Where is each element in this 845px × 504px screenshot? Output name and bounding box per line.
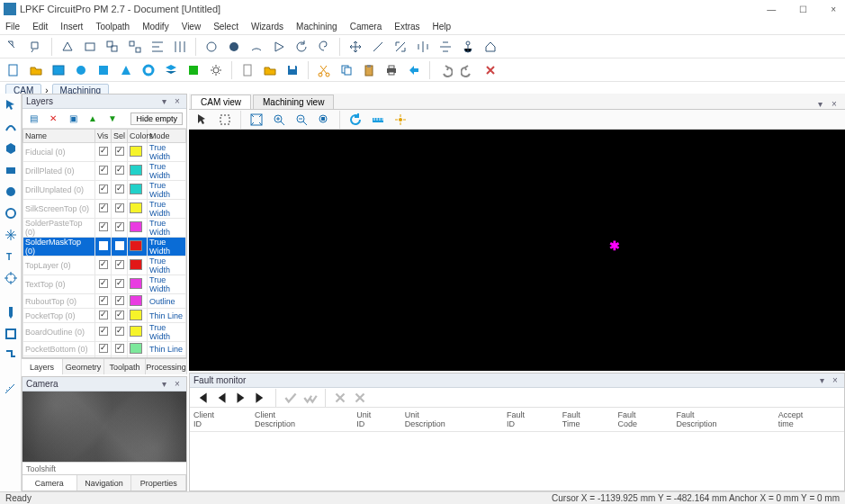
hide-empty-button[interactable]: Hide empty: [130, 112, 183, 125]
strip-measure-icon[interactable]: [3, 382, 19, 398]
camera-panel-header[interactable]: Camera ▾ ×: [22, 377, 186, 392]
menu-modify[interactable]: Modify: [142, 22, 168, 32]
menu-edit[interactable]: Edit: [32, 22, 48, 32]
fault-first-icon[interactable]: [193, 390, 210, 406]
cam-marquee-icon[interactable]: [215, 110, 235, 130]
bottom-tab-layers[interactable]: Layers: [22, 359, 63, 374]
move-up-icon[interactable]: ▲: [85, 112, 100, 126]
fault-close-icon[interactable]: ×: [830, 375, 841, 386]
fault-col[interactable]: FaultDescription: [672, 408, 774, 432]
col-sel[interactable]: Sel: [112, 130, 128, 143]
layer-color-swatch[interactable]: [130, 240, 142, 251]
line-icon[interactable]: [368, 37, 388, 57]
layer-mode[interactable]: True Width: [148, 181, 186, 200]
fault-col[interactable]: ClientDescription: [251, 408, 353, 432]
strip-star-icon[interactable]: [3, 227, 19, 243]
maximize-button[interactable]: ☐: [794, 4, 813, 14]
menu-wizards[interactable]: Wizards: [251, 22, 283, 32]
layer-row[interactable]: DrillUnplated (0)True Width: [23, 181, 186, 200]
layer-mode[interactable]: True Width: [148, 162, 186, 181]
cam-pointer-icon[interactable]: [193, 110, 212, 130]
layer-mode[interactable]: True Width: [148, 200, 186, 219]
fault-clear-icon[interactable]: [352, 390, 368, 406]
layer-row[interactable]: RuboutBottom (0)Outline: [23, 356, 186, 358]
fault-table[interactable]: ClientIDClientDescriptionUnitIDUnitDescr…: [190, 408, 844, 490]
fault-panel-header[interactable]: Fault monitor ▾ ×: [190, 374, 844, 388]
layer-vis-checkbox[interactable]: [99, 279, 108, 288]
menu-insert[interactable]: Insert: [60, 22, 83, 32]
fault-dismiss-icon[interactable]: [332, 390, 348, 406]
layer-sel-checkbox[interactable]: [115, 260, 124, 269]
camera-tab-properties[interactable]: Properties: [131, 475, 186, 490]
layer-mode[interactable]: Thin Line: [148, 309, 186, 323]
layers-panel-header[interactable]: Layers ▾ ×: [22, 94, 186, 109]
fault-col[interactable]: FaultTime: [559, 408, 615, 432]
ungroup-icon[interactable]: [125, 37, 145, 57]
layer-sel-checkbox[interactable]: [115, 203, 124, 212]
layer-row[interactable]: Fiducial (0)True Width: [23, 143, 186, 162]
mirror-v-icon[interactable]: [436, 37, 455, 57]
layer-row[interactable]: SilkScreenTop (0)True Width: [23, 200, 186, 219]
layer-vis-checkbox[interactable]: [99, 241, 108, 250]
strip-circle-icon[interactable]: [3, 184, 19, 200]
layer-vis-checkbox[interactable]: [99, 310, 108, 320]
remove-layer-icon[interactable]: ✕: [46, 112, 60, 126]
distribute-icon[interactable]: [170, 37, 190, 57]
layer-mode[interactable]: Thin Line: [148, 342, 186, 356]
wizard2-icon[interactable]: [94, 60, 113, 80]
rotate-icon[interactable]: [292, 37, 311, 57]
print-icon[interactable]: [382, 60, 401, 80]
camera-tab-navigation[interactable]: Navigation: [77, 475, 132, 490]
layer-mode[interactable]: True Width: [148, 143, 186, 162]
camera-pin-icon[interactable]: ▾: [158, 379, 169, 390]
strip-drill-icon[interactable]: [3, 304, 19, 320]
layer-mode[interactable]: True Width: [148, 219, 186, 238]
menu-file[interactable]: File: [5, 22, 20, 32]
export-icon[interactable]: [404, 60, 424, 80]
layer-color-swatch[interactable]: [130, 295, 142, 306]
layer-row[interactable]: PocketBottom (0)Thin Line: [23, 342, 186, 356]
layer-color-swatch[interactable]: [130, 184, 142, 194]
menu-machining[interactable]: Machining: [296, 22, 337, 32]
layer-sel-checkbox[interactable]: [115, 147, 124, 156]
layer-row[interactable]: TopLayer (0)True Width: [23, 256, 186, 275]
layer-vis-checkbox[interactable]: [99, 260, 108, 269]
bottom-tab-processing[interactable]: Processing: [146, 359, 187, 374]
layer-mode[interactable]: Outline: [148, 294, 186, 309]
spiral-icon[interactable]: [314, 37, 334, 57]
fault-acceptall-icon[interactable]: [302, 390, 319, 406]
circle-outline-icon[interactable]: [202, 37, 221, 57]
menu-camera[interactable]: Camera: [350, 22, 382, 32]
layer-row[interactable]: TextTop (0)True Width: [23, 275, 186, 294]
layer-color-swatch[interactable]: [130, 343, 142, 354]
layer-color-swatch[interactable]: [130, 202, 142, 213]
add-layer-icon[interactable]: ▤: [26, 112, 40, 126]
zoom-out-icon[interactable]: [292, 110, 311, 130]
layer-sel-checkbox[interactable]: [115, 166, 124, 175]
menu-toolpath[interactable]: Toolpath: [95, 22, 130, 32]
fault-prev-icon[interactable]: [213, 390, 229, 406]
fault-col[interactable]: ClientID: [190, 408, 251, 432]
layer-vis-checkbox[interactable]: [99, 296, 108, 305]
view-tab-machining-view[interactable]: Machining view: [253, 94, 334, 109]
layer-color-swatch[interactable]: [130, 259, 142, 270]
strip-curve-icon[interactable]: [3, 119, 19, 135]
cam-canvas[interactable]: ✱: [189, 130, 845, 371]
layer-row[interactable]: SolderPasteTop (0)True Width: [23, 219, 186, 238]
layer-sel-checkbox[interactable]: [115, 184, 124, 194]
polygon-tool-icon[interactable]: [58, 37, 77, 57]
edit-layer-icon[interactable]: ▣: [66, 112, 80, 126]
fault-col[interactable]: FaultCode: [615, 408, 673, 432]
camera-view[interactable]: [22, 392, 186, 462]
col-colors[interactable]: Colors: [128, 130, 148, 143]
circle-fill-icon[interactable]: [224, 37, 244, 57]
menu-select[interactable]: Select: [213, 22, 238, 32]
layer-mode[interactable]: True Width: [148, 323, 186, 342]
fault-col[interactable]: FaultID: [503, 408, 559, 432]
fault-col[interactable]: UnitID: [353, 408, 401, 432]
layer-color-swatch[interactable]: [130, 146, 142, 157]
zoom-sel-icon[interactable]: [314, 110, 334, 130]
layer-mode[interactable]: True Width: [148, 275, 186, 294]
copy-icon[interactable]: [337, 60, 356, 80]
layer-vis-checkbox[interactable]: [99, 184, 108, 194]
